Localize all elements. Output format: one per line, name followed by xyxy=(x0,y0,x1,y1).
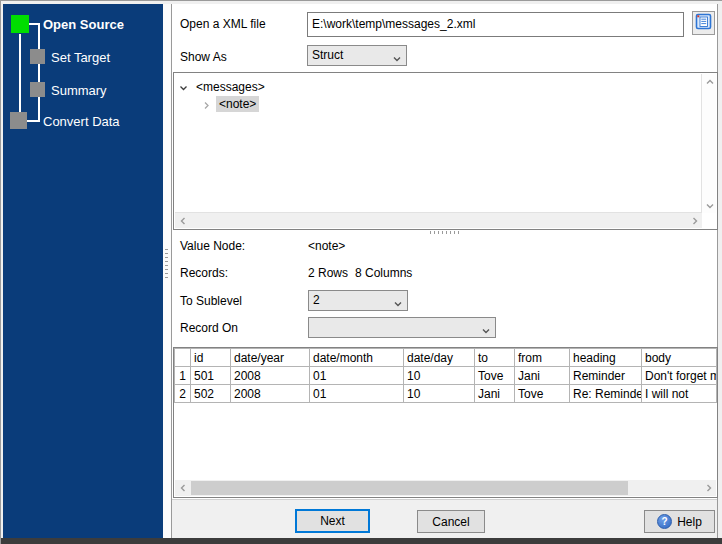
records-label: Records: xyxy=(180,266,228,280)
records-preview-grid[interactable]: id date/year date/month date/day to from… xyxy=(173,347,718,498)
step-connector-line xyxy=(38,23,40,122)
tree-expanded-icon[interactable] xyxy=(179,82,188,91)
xml-file-path-input[interactable]: E:\work\temp\messages_2.xml xyxy=(307,12,684,37)
sidebar-step-open-source: Open Source xyxy=(43,17,124,32)
tree-collapsed-icon[interactable] xyxy=(202,99,211,108)
row-number: 2 xyxy=(175,385,191,403)
cell-body[interactable]: I will not xyxy=(642,385,717,403)
to-sublevel-dropdown[interactable]: 2 xyxy=(308,290,408,311)
cell-date-day[interactable]: 10 xyxy=(404,367,475,385)
col-header-body[interactable]: body xyxy=(642,349,717,367)
record-on-label: Record On xyxy=(180,321,238,335)
cell-date-day[interactable]: 10 xyxy=(404,385,475,403)
cell-from[interactable]: Jani xyxy=(515,367,570,385)
window-bottom-edge xyxy=(1,538,722,544)
tree-splitter-grip[interactable] xyxy=(430,231,460,234)
step-connector-line xyxy=(27,120,39,122)
cell-to[interactable]: Jani xyxy=(475,385,515,403)
records-columns-value: 8 Columns xyxy=(355,266,412,280)
table-row[interactable]: 2 502 2008 01 10 Jani Tove Re: Reminde I… xyxy=(175,385,717,403)
tree-item-messages[interactable]: <messages> xyxy=(179,78,268,95)
cell-date-month[interactable]: 01 xyxy=(310,367,404,385)
browse-file-button[interactable] xyxy=(692,11,715,35)
grid-horizontal-scrollbar[interactable] xyxy=(175,480,716,496)
cell-date-month[interactable]: 01 xyxy=(310,385,404,403)
scroll-left-icon[interactable] xyxy=(175,480,190,495)
scroll-right-icon[interactable] xyxy=(687,213,702,228)
step-indicator-set-target xyxy=(30,49,45,64)
cell-body[interactable]: Don't forget m xyxy=(642,367,717,385)
record-on-dropdown[interactable] xyxy=(308,317,496,338)
cell-heading[interactable]: Reminder xyxy=(570,367,642,385)
cell-date-year[interactable]: 2008 xyxy=(231,385,310,403)
table-row[interactable]: 1 501 2008 01 10 Tove Jani Reminder Don'… xyxy=(175,367,717,385)
scroll-right-icon[interactable] xyxy=(701,480,716,495)
col-header-heading[interactable]: heading xyxy=(570,349,642,367)
button-bar: Next Cancel ? Help xyxy=(172,499,717,538)
tree-item-label[interactable]: <messages> xyxy=(193,79,268,95)
step-indicator-open-source xyxy=(11,15,29,33)
scroll-up-icon[interactable] xyxy=(702,74,717,89)
chevron-down-icon xyxy=(393,296,403,315)
chevron-down-icon xyxy=(481,323,491,342)
table-header-row: id date/year date/month date/day to from… xyxy=(175,349,717,367)
cell-from[interactable]: Tove xyxy=(515,385,570,403)
open-file-document-icon xyxy=(695,13,712,33)
scroll-down-icon[interactable] xyxy=(702,198,717,213)
cell-id[interactable]: 501 xyxy=(191,367,231,385)
value-node-value: <note> xyxy=(308,239,345,253)
step-indicator-summary xyxy=(30,82,45,97)
show-as-value: Struct xyxy=(312,48,343,62)
cell-id[interactable]: 502 xyxy=(191,385,231,403)
step-indicator-convert-data xyxy=(10,112,27,129)
show-as-dropdown[interactable]: Struct xyxy=(307,45,407,66)
cell-date-year[interactable]: 2008 xyxy=(231,367,310,385)
col-header-to[interactable]: to xyxy=(475,349,515,367)
help-button-label: Help xyxy=(677,515,702,529)
col-header-from[interactable]: from xyxy=(515,349,570,367)
help-question-icon: ? xyxy=(657,514,672,529)
next-button-label: Next xyxy=(320,514,345,528)
scrollbar-thumb[interactable] xyxy=(191,481,628,495)
col-header-date-day[interactable]: date/day xyxy=(404,349,475,367)
cell-to[interactable]: Tove xyxy=(475,367,515,385)
tree-item-note[interactable]: <note> xyxy=(202,95,259,112)
tree-item-label[interactable]: <note> xyxy=(216,96,259,112)
value-node-label: Value Node: xyxy=(180,239,245,253)
splitter-grip-dots xyxy=(165,249,168,279)
wizard-window: Open Source Set Target Summary Convert D… xyxy=(0,0,722,544)
sidebar-step-summary: Summary xyxy=(51,83,107,98)
row-number: 1 xyxy=(175,367,191,385)
open-xml-file-label: Open a XML file xyxy=(180,17,266,31)
col-header-id[interactable]: id xyxy=(191,349,231,367)
records-table: id date/year date/month date/day to from… xyxy=(174,348,717,403)
col-header-date-year[interactable]: date/year xyxy=(231,349,310,367)
step-connector-line xyxy=(19,34,21,116)
sidebar-step-convert-data: Convert Data xyxy=(43,114,120,129)
col-header-date-month[interactable]: date/month xyxy=(310,349,404,367)
show-as-label: Show As xyxy=(180,50,227,64)
records-rows-value: 2 Rows xyxy=(308,266,348,280)
corner-cell xyxy=(175,349,191,367)
chevron-down-icon xyxy=(392,51,402,70)
cancel-button[interactable]: Cancel xyxy=(417,510,485,533)
xml-structure-tree[interactable]: <messages> <note> xyxy=(173,72,718,230)
sidebar-step-set-target: Set Target xyxy=(51,50,110,65)
to-sublevel-value: 2 xyxy=(313,293,320,307)
tree-vertical-scrollbar[interactable] xyxy=(701,74,716,213)
next-button[interactable]: Next xyxy=(295,509,370,533)
main-panel: Open a XML file E:\work\temp\messages_2.… xyxy=(171,4,718,538)
to-sublevel-label: To Sublevel xyxy=(180,294,242,308)
scroll-left-icon[interactable] xyxy=(175,213,190,228)
cell-heading[interactable]: Re: Reminde xyxy=(570,385,642,403)
cancel-button-label: Cancel xyxy=(432,515,469,529)
panel-splitter[interactable] xyxy=(163,4,171,538)
help-button[interactable]: ? Help xyxy=(644,510,715,533)
tree-horizontal-scrollbar[interactable] xyxy=(175,212,702,228)
wizard-steps-sidebar: Open Source Set Target Summary Convert D… xyxy=(3,4,163,538)
